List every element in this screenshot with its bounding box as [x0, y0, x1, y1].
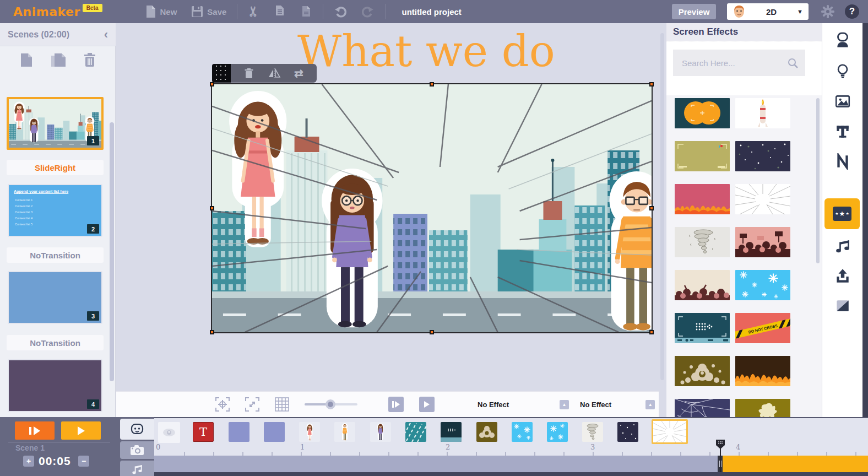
fullscreen-icon[interactable]: [245, 397, 259, 412]
resize-handle-se[interactable]: [649, 330, 654, 334]
effect-in-up-button[interactable]: ▲: [560, 400, 569, 409]
timeline-item-rain[interactable]: [405, 422, 426, 442]
properties-bulb-icon[interactable]: [834, 63, 851, 79]
timeline-item-snow[interactable]: [512, 422, 533, 442]
upload-icon[interactable]: [834, 268, 851, 284]
effects-tab-active[interactable]: ★ ★ ★: [824, 198, 860, 229]
tab-camera-track[interactable]: [120, 441, 154, 459]
timeline-item-character-pink[interactable]: [299, 422, 320, 442]
search-icon[interactable]: [788, 58, 799, 69]
effect-cheering-crowd[interactable]: [675, 270, 730, 300]
timeline-item-night-stars[interactable]: [617, 422, 638, 442]
timeline-item-tornado[interactable]: [582, 422, 603, 442]
scene-thumbnail-2[interactable]: Append your content list here Content li…: [8, 184, 102, 237]
app-logo[interactable]: Animaker Beta: [13, 5, 102, 19]
resize-handle-n[interactable]: [430, 82, 434, 86]
tab-audio-track[interactable]: [120, 461, 154, 476]
zoom-slider-handle[interactable]: [326, 399, 335, 409]
effect-out-dropdown[interactable]: No Effect: [580, 401, 611, 409]
effect-dust-splash[interactable]: [735, 399, 790, 417]
project-title[interactable]: untitled project: [402, 7, 462, 17]
timeline-item-character-purple[interactable]: [370, 422, 391, 442]
swap-object-icon[interactable]: ⇄: [294, 67, 303, 80]
timeline-item-character-orange[interactable]: [334, 422, 355, 442]
scene-track-bar[interactable]: [154, 456, 718, 472]
scenes-scrollbar[interactable]: [110, 122, 114, 381]
play-project-button[interactable]: [419, 397, 435, 412]
play-scene-button[interactable]: [388, 397, 404, 412]
resize-handle-sw[interactable]: [210, 330, 214, 334]
effect-snowfall-1[interactable]: [735, 270, 790, 300]
preview-button[interactable]: Preview: [672, 4, 716, 19]
effect-in-dropdown[interactable]: No Effect: [478, 401, 509, 409]
timeline-item-snow[interactable]: [547, 422, 568, 442]
scene-thumbnail-4[interactable]: 4: [8, 359, 102, 412]
music-icon[interactable]: [834, 238, 851, 255]
transition-button-1[interactable]: SlideRight: [7, 160, 104, 175]
tab-items-track[interactable]: [120, 419, 154, 440]
redo-button[interactable]: [361, 5, 375, 18]
transition-button-2[interactable]: NoTransition: [7, 247, 104, 263]
canvas-scrollbar[interactable]: [660, 33, 664, 380]
effect-smoke-explosion[interactable]: [675, 356, 730, 386]
settings-button[interactable]: [821, 4, 835, 19]
canvas-title-text[interactable]: What we do: [297, 26, 555, 76]
effect-fire-pink[interactable]: [675, 184, 730, 214]
effects-scrollbar[interactable]: [816, 98, 820, 263]
timeline-item-speed-lines-selected[interactable]: [652, 419, 688, 444]
duplicate-scene-icon[interactable]: [50, 52, 67, 68]
effect-binoculars[interactable]: [675, 98, 730, 128]
character-orange[interactable]: [610, 171, 652, 331]
play-all-button[interactable]: [61, 421, 101, 440]
effect-protest-crowd[interactable]: [735, 227, 790, 257]
resize-handle-e[interactable]: [649, 206, 654, 210]
flip-object-icon[interactable]: [268, 68, 281, 78]
effect-do-not-cross[interactable]: DO NOT CROSS: [735, 313, 790, 343]
resize-handle-s[interactable]: [430, 330, 434, 334]
scene-thumbnail-3[interactable]: 3: [8, 271, 102, 324]
timeline-item-title-text[interactable]: T: [193, 422, 214, 442]
play-scene-from-start-button[interactable]: [15, 421, 55, 440]
effect-missile[interactable]: [735, 98, 790, 128]
grid-toggle-icon[interactable]: [275, 397, 289, 412]
resize-handle-ne[interactable]: [649, 82, 654, 86]
zoom-slider[interactable]: [305, 399, 357, 409]
scene-thumbnail-1[interactable]: 1: [7, 97, 104, 150]
images-icon[interactable]: [834, 93, 851, 110]
effect-spider-web[interactable]: [675, 399, 730, 417]
transition-button-3[interactable]: NoTransition: [7, 335, 104, 350]
effect-viewfinder[interactable]: [675, 141, 730, 171]
copy-button[interactable]: [274, 5, 286, 18]
increase-duration-button[interactable]: +: [23, 456, 34, 467]
effect-out-up-button[interactable]: ▲: [645, 400, 655, 409]
delete-scene-icon[interactable]: [83, 52, 96, 68]
timeline-item-smoke[interactable]: [476, 422, 497, 442]
text-icon[interactable]: [834, 123, 851, 140]
decrease-duration-button[interactable]: −: [78, 456, 89, 467]
paste-button[interactable]: [300, 5, 312, 18]
timeline-item-camera-recording[interactable]: [441, 422, 462, 442]
playhead-handle[interactable]: [715, 439, 725, 450]
extra-track-bar[interactable]: [723, 456, 868, 472]
timeline-item-visibility[interactable]: [158, 422, 180, 443]
cut-button[interactable]: ✂: [248, 4, 259, 19]
fit-center-icon[interactable]: [215, 397, 230, 412]
effect-camera-recording[interactable]: [675, 313, 730, 343]
effect-night-stars[interactable]: [735, 141, 790, 171]
undo-button[interactable]: [334, 5, 347, 18]
effect-fire-dark[interactable]: [735, 356, 790, 386]
collapse-panel-icon[interactable]: ‹: [104, 28, 108, 42]
delete-object-icon[interactable]: [244, 68, 254, 79]
transitions-icon[interactable]: [834, 298, 851, 314]
mode-dropdown[interactable]: 2D ▼: [727, 3, 809, 20]
timeline-item-color-block[interactable]: [229, 422, 249, 442]
add-scene-icon[interactable]: [19, 52, 34, 68]
resize-handle-nw[interactable]: [210, 82, 214, 86]
effect-tornado[interactable]: [675, 227, 730, 257]
resize-handle-w[interactable]: [210, 206, 214, 210]
new-button[interactable]: New: [145, 5, 177, 18]
help-button[interactable]: ?: [845, 4, 859, 19]
numbers-icon[interactable]: [834, 153, 851, 170]
drag-handle[interactable]: [212, 64, 231, 83]
save-button[interactable]: Save: [191, 6, 226, 18]
